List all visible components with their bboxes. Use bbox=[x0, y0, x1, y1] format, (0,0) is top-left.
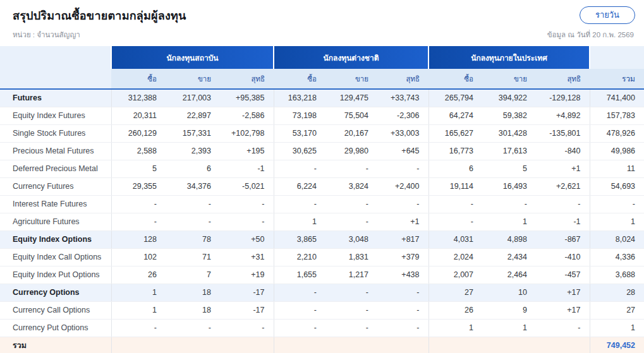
value-cell: - bbox=[428, 195, 482, 213]
value-cell: 6 bbox=[428, 160, 482, 177]
value-cell: 2,024 bbox=[428, 248, 482, 266]
value-cell: -129,128 bbox=[536, 89, 590, 107]
value-cell: - bbox=[166, 213, 220, 230]
value-cell: 53,170 bbox=[274, 124, 325, 142]
total-cell: 478,926 bbox=[590, 124, 644, 142]
value-cell: 75,504 bbox=[325, 107, 377, 124]
value-cell: - bbox=[377, 319, 428, 337]
value-cell: - bbox=[536, 195, 590, 213]
value-cell: - bbox=[166, 195, 220, 213]
value-cell: 17,613 bbox=[482, 142, 536, 160]
value-cell: 6,224 bbox=[274, 177, 325, 195]
value-cell: 9 bbox=[482, 301, 536, 319]
value-cell: - bbox=[377, 301, 428, 319]
col-net-foreign: สุทธิ bbox=[377, 69, 428, 89]
col-buy-domestic: ซื้อ bbox=[428, 69, 482, 89]
table-row: Equity Index Put Options267+191,6551,217… bbox=[0, 266, 644, 284]
value-cell: 1 bbox=[111, 301, 166, 319]
value-cell: +195 bbox=[220, 142, 274, 160]
value-cell: +31 bbox=[220, 248, 274, 266]
value-cell: - bbox=[274, 160, 325, 177]
col-sell-institution: ขาย bbox=[166, 69, 220, 89]
value-cell: 16,773 bbox=[428, 142, 482, 160]
value-cell: 78 bbox=[166, 230, 220, 248]
page-title: สรุปปริมาณซื้อขายตามกลุ่มผู้ลงทุน bbox=[13, 6, 186, 25]
value-cell: - bbox=[536, 319, 590, 337]
value-cell: 2,464 bbox=[482, 266, 536, 284]
col-sell-foreign: ขาย bbox=[325, 69, 377, 89]
value-cell: -17 bbox=[220, 284, 274, 301]
table-row: Currency Put Options------11-1 bbox=[0, 319, 644, 337]
value-cell: 3,824 bbox=[325, 177, 377, 195]
value-cell: 163,218 bbox=[274, 89, 325, 107]
value-cell: - bbox=[325, 301, 377, 319]
row-label: Equity Index Call Options bbox=[0, 248, 111, 266]
table-row: Agriculture Futures---1-+1-1-11 bbox=[0, 213, 644, 230]
total-cell: 157,783 bbox=[590, 107, 644, 124]
total-cell: 3,688 bbox=[590, 266, 644, 284]
value-cell: 1 bbox=[274, 213, 325, 230]
total-cell: 4,336 bbox=[590, 248, 644, 266]
value-cell: +2,621 bbox=[536, 177, 590, 195]
table-header: นักลงทุนสถาบัน นักลงทุนต่างชาติ นักลงทุน… bbox=[0, 46, 644, 89]
value-cell: +102,798 bbox=[220, 124, 274, 142]
total-cell: 54,693 bbox=[590, 177, 644, 195]
value-cell: 5 bbox=[111, 160, 166, 177]
value-cell: - bbox=[325, 195, 377, 213]
value-cell: 20,167 bbox=[325, 124, 377, 142]
col-sell-domestic: ขาย bbox=[482, 69, 536, 89]
value-cell: +817 bbox=[377, 230, 428, 248]
trading-summary-page: สรุปปริมาณซื้อขายตามกลุ่มผู้ลงทุน รายวัน… bbox=[0, 0, 644, 353]
table-row: Currency Call Options118-17---269+1727 bbox=[0, 301, 644, 319]
value-cell: 2,210 bbox=[274, 248, 325, 266]
value-cell: 20,311 bbox=[111, 107, 166, 124]
value-cell: 19,114 bbox=[428, 177, 482, 195]
row-label: Deferred Precious Metal bbox=[0, 160, 111, 177]
value-cell: 1,831 bbox=[325, 248, 377, 266]
value-cell: +4,892 bbox=[536, 107, 590, 124]
value-cell: 129,475 bbox=[325, 89, 377, 107]
value-cell: +2,400 bbox=[377, 177, 428, 195]
value-cell: +17 bbox=[536, 301, 590, 319]
value-cell: -135,801 bbox=[536, 124, 590, 142]
value-cell: 73,198 bbox=[274, 107, 325, 124]
value-cell: 157,331 bbox=[166, 124, 220, 142]
table-row: Currency Options118-17---2710+1728 bbox=[0, 284, 644, 301]
value-cell: 29,355 bbox=[111, 177, 166, 195]
subbar: หน่วย : จำนวนสัญญา ข้อมูล ณ วันที่ 20 ก.… bbox=[0, 25, 644, 40]
row-label: Precious Metal Futures bbox=[0, 142, 111, 160]
value-cell: -457 bbox=[536, 266, 590, 284]
value-cell: - bbox=[325, 160, 377, 177]
value-cell: +1 bbox=[377, 213, 428, 230]
value-cell: +17 bbox=[536, 284, 590, 301]
value-cell: +19 bbox=[220, 266, 274, 284]
value-cell: -2,586 bbox=[220, 107, 274, 124]
value-cell: 128 bbox=[111, 230, 166, 248]
table-body: Futures312,388217,003+95,385163,218129,4… bbox=[0, 89, 644, 337]
col-net-domestic: สุทธิ bbox=[536, 69, 590, 89]
daily-period-button[interactable]: รายวัน bbox=[580, 6, 635, 24]
value-cell: +1 bbox=[536, 160, 590, 177]
value-cell: - bbox=[325, 213, 377, 230]
value-cell: 1 bbox=[482, 319, 536, 337]
row-label: Currency Options bbox=[0, 284, 111, 301]
value-cell: 1,217 bbox=[325, 266, 377, 284]
table-row: Equity Index Options12878+503,8653,048+8… bbox=[0, 230, 644, 248]
row-label: Equity Index Options bbox=[0, 230, 111, 248]
value-cell: +379 bbox=[377, 248, 428, 266]
row-label: Currency Call Options bbox=[0, 301, 111, 319]
table-footer: รวม 749,452 bbox=[0, 337, 644, 353]
group-header-domestic: นักลงทุนภายในประเทศ bbox=[428, 46, 590, 69]
value-cell: 59,382 bbox=[482, 107, 536, 124]
value-cell: 27 bbox=[428, 284, 482, 301]
group-header-row: นักลงทุนสถาบัน นักลงทุนต่างชาติ นักลงทุน… bbox=[0, 46, 644, 69]
value-cell: +50 bbox=[220, 230, 274, 248]
footer-empty-cell bbox=[536, 337, 590, 353]
group-header-foreign: นักลงทุนต่างชาติ bbox=[274, 46, 428, 69]
total-cell: 1 bbox=[590, 213, 644, 230]
value-cell: - bbox=[220, 213, 274, 230]
footer-empty-cell bbox=[166, 337, 220, 353]
value-cell: - bbox=[377, 160, 428, 177]
value-cell: 394,922 bbox=[482, 89, 536, 107]
value-cell: +33,003 bbox=[377, 124, 428, 142]
